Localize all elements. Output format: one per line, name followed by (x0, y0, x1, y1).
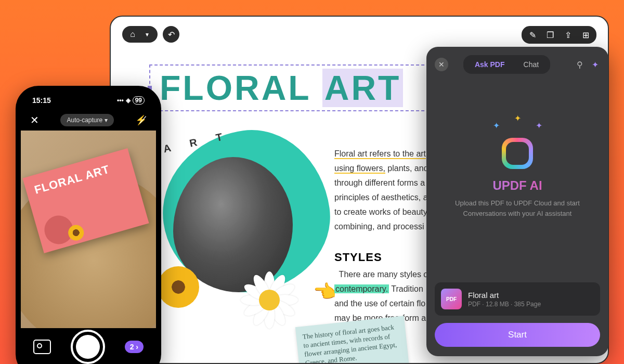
undo-button[interactable]: ↶ (163, 26, 179, 43)
gallery-button[interactable] (33, 340, 51, 354)
phone-mockup: 15:15 ••• ◈ 99 ✕ Auto-capture ▾ ⚡̸ FLORA… (16, 86, 161, 364)
updf-ai-logo (502, 138, 533, 169)
daisy-image (241, 271, 298, 329)
pointing-hand-icon: 👉 (314, 281, 337, 303)
tab-chat[interactable]: Chat (514, 57, 549, 72)
wifi-icon: ◈ (126, 97, 131, 104)
auto-capture-dropdown[interactable]: Auto-capture ▾ (60, 114, 113, 126)
ai-title: UPDF AI (435, 178, 600, 193)
card-title: FLORAL ART (33, 159, 125, 197)
sparkle-decoration: ✦ (493, 121, 500, 131)
phone-status-bar: 15:15 ••• ◈ 99 (21, 91, 156, 110)
brush-icon[interactable]: ⚲ (575, 60, 584, 69)
camera-top-bar: ✕ Auto-capture ▾ ⚡̸ (21, 110, 156, 131)
home-icon[interactable]: ⌂ (127, 29, 138, 40)
styles-heading: STYLES (334, 251, 382, 264)
underlined-text-2: using flowers, (334, 164, 385, 174)
sparkle-decoration: ✦ (536, 121, 542, 131)
artwork-collage: A R T 👉 (142, 126, 350, 323)
underlined-text-1: Floral art refers to the art (334, 149, 426, 159)
ai-assistant-panel: ✕ Ask PDF Chat ⚲ ✦ ✦ ✦ ✦ UPDF AI Upload … (426, 47, 608, 356)
attached-file-card[interactable]: PDF Floral art PDF · 12.8 MB · 385 Page (435, 282, 600, 316)
layers-icon[interactable]: ❐ (544, 29, 556, 41)
share-icon[interactable]: ⇪ (562, 29, 574, 41)
close-panel-button[interactable]: ✕ (435, 58, 448, 71)
shutter-button[interactable] (71, 330, 105, 364)
ai-tabs: Ask PDF Chat (463, 55, 550, 74)
sparkle-icon[interactable]: ✦ (591, 60, 600, 69)
eraser-icon[interactable]: ✎ (527, 29, 538, 41)
capture-count-button[interactable]: 2 › (125, 341, 144, 353)
start-button[interactable]: Start (435, 323, 600, 347)
document-title: FLORAL ART (160, 68, 403, 108)
highlighted-text: contemporary. (334, 284, 389, 293)
toolbar-right: ✎ ❐ ⇪ ⊞ (522, 26, 596, 44)
flash-off-icon[interactable]: ⚡̸ (135, 114, 147, 126)
ai-description: Upload this PDF to UPDF Cloud and start … (435, 198, 600, 218)
close-icon[interactable]: ✕ (30, 114, 39, 126)
camera-controls: 2 › (21, 322, 156, 364)
camera-viewfinder: FLORAL ART (21, 131, 156, 328)
signal-icon: ••• (117, 97, 124, 104)
ai-welcome: ✦ ✦ ✦ UPDF AI Upload this PDF to UPDF Cl… (435, 121, 600, 218)
home-group: ⌂ ▼ (122, 26, 158, 43)
pdf-file-icon: PDF (441, 289, 462, 309)
battery-badge: 99 (133, 96, 145, 105)
file-metadata: PDF · 12.8 MB · 385 Page (468, 301, 541, 308)
chevron-down-icon[interactable]: ▼ (142, 29, 152, 40)
toolbar-left: ⌂ ▼ ↶ (122, 26, 179, 43)
status-time: 15:15 (32, 96, 51, 105)
tab-ask-pdf[interactable]: Ask PDF (465, 57, 514, 72)
file-name: Floral art (468, 291, 541, 300)
title-word-1: FLORAL (160, 69, 310, 107)
sunflower-image (158, 266, 199, 308)
grid-icon[interactable]: ⊞ (580, 29, 591, 41)
sparkle-decoration: ✦ (514, 113, 521, 131)
title-word-2-highlighted: ART (322, 69, 404, 107)
